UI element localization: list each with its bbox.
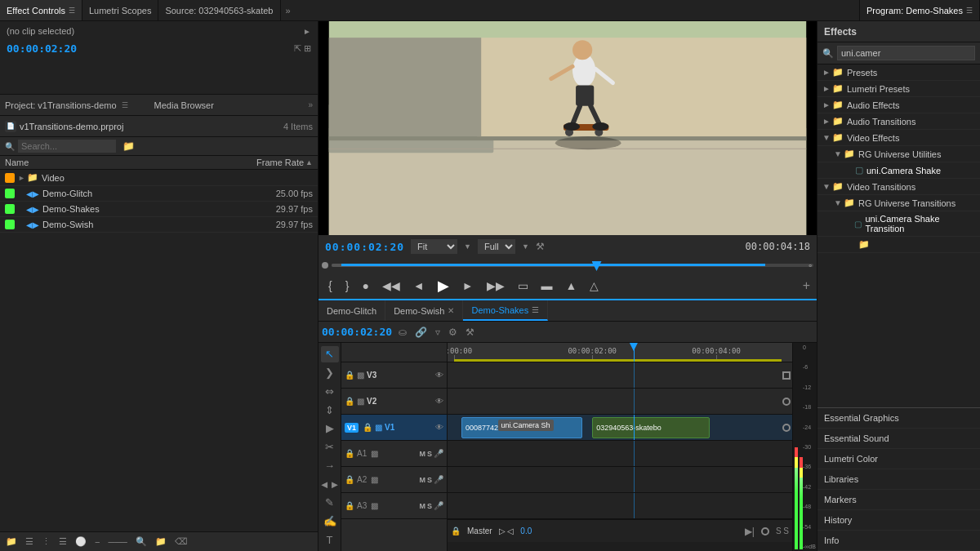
extract-btn[interactable]: △: [586, 278, 602, 294]
audio-a2-s-btn[interactable]: S: [427, 476, 432, 484]
tab-menu-icon[interactable]: ☰: [69, 7, 75, 15]
ripple-edit-btn[interactable]: ⇔: [321, 383, 339, 399]
lock-icon-v2[interactable]: 🔒: [345, 397, 354, 406]
program-tab-menu-icon[interactable]: ☰: [966, 7, 973, 15]
selection-tool-btn[interactable]: ↖: [321, 346, 339, 362]
overwrite-btn[interactable]: ▬: [538, 278, 556, 294]
lock-icon-a1[interactable]: 🔒: [345, 449, 354, 458]
track-v2-eye-icon[interactable]: 👁: [435, 397, 443, 406]
tree-item-presets[interactable]: ► 📁 Presets: [817, 64, 980, 81]
list-item[interactable]: ◀▶ Demo-Glitch 25.00 fps: [0, 186, 318, 202]
tab-source[interactable]: Source: 032940563-skateb: [158, 0, 280, 20]
type-btn[interactable]: T: [321, 531, 339, 548]
slip-btn[interactable]: →: [321, 457, 339, 473]
step-forward-btn[interactable]: ►: [459, 278, 477, 294]
playhead-btn[interactable]: ►: [303, 27, 311, 36]
wrench-icon[interactable]: ⚒: [536, 241, 545, 252]
clip-032940563[interactable]: 032940563-skatebo: [592, 417, 709, 438]
project-search-input[interactable]: [18, 140, 116, 153]
tree-item-rg-universe-transitions[interactable]: ▼ 📁 RG Universe Transitions: [817, 195, 980, 211]
audio-a2-mic-icon[interactable]: 🎤: [434, 475, 443, 484]
mark-out-btn[interactable]: }: [342, 278, 353, 294]
audio-a1-m-btn[interactable]: M: [419, 450, 425, 458]
lock-icon-v3[interactable]: 🔒: [345, 371, 354, 380]
lock-icon-a3[interactable]: 🔒: [345, 501, 354, 510]
tree-item-video-effects[interactable]: ▼ 📁 Video Effects: [817, 130, 980, 146]
tab-program[interactable]: Program: Demo-Shakes ☰: [859, 0, 980, 20]
tree-item-audio-transitions[interactable]: ► 📁 Audio Transitions: [817, 113, 980, 130]
tree-item-unicamera-shake[interactable]: ▢ uni.Camera Shake: [817, 162, 980, 179]
lift-btn[interactable]: ▲: [563, 278, 581, 294]
list-item[interactable]: ◀▶ Demo-Swish 29.97 fps: [0, 217, 318, 233]
timeline-ruler[interactable]: 00:00:00 00:00:02:00 00:00:04:00: [448, 343, 792, 362]
rolling-edit-btn[interactable]: ⇕: [321, 402, 339, 418]
add-marker-btn[interactable]: +: [803, 278, 810, 293]
timeline-tab-demo-glitch[interactable]: Demo-Glitch: [318, 300, 385, 321]
add-marker-tl-btn[interactable]: ▿: [434, 325, 442, 340]
markers-item[interactable]: Markers: [817, 490, 980, 510]
lock-icon-v1[interactable]: 🔒: [363, 423, 372, 432]
insert-btn[interactable]: ▭: [514, 278, 532, 294]
item-expand-icon[interactable]: ►: [18, 174, 25, 182]
tree-item-rg-universe-utilities[interactable]: ▼ 📁 RG Universe Utilities: [817, 146, 980, 162]
project-folder-icon[interactable]: 📁: [122, 140, 135, 152]
mark-clip-btn[interactable]: ●: [359, 278, 372, 294]
go-to-out-btn[interactable]: ▶▶: [483, 278, 508, 294]
project-expand-btn[interactable]: »: [308, 100, 313, 109]
play-btn[interactable]: ▶: [434, 275, 452, 296]
effects-search-input[interactable]: [837, 46, 975, 60]
tab-more-btn[interactable]: »: [281, 6, 296, 16]
hand-btn[interactable]: ✍: [321, 513, 339, 530]
icon-view-btn[interactable]: ⋮: [39, 536, 53, 547]
lumetri-color-item[interactable]: Lumetri Color: [817, 449, 980, 469]
tree-item-lumetri-presets[interactable]: ► 📁 Lumetri Presets: [817, 81, 980, 97]
track-v1-eye-icon[interactable]: 👁: [435, 423, 443, 432]
audio-a1-s-btn[interactable]: S: [427, 450, 432, 458]
scrubber-track[interactable]: [332, 264, 813, 267]
tree-item-unicamera-shake-transition[interactable]: ▢ uni.Camera Shake Transition: [817, 211, 980, 237]
audio-a2-m-btn[interactable]: M: [419, 476, 425, 484]
track-select-btn[interactable]: ❯: [321, 365, 339, 381]
audio-a3-s-btn[interactable]: S: [427, 502, 432, 510]
folder-bottom-btn[interactable]: 📁: [153, 536, 169, 547]
tree-item-extra-folder[interactable]: 📁: [817, 237, 980, 253]
razor-btn[interactable]: ✂: [321, 439, 339, 455]
master-go-out-btn[interactable]: ▶|: [745, 526, 755, 537]
clip-000877427[interactable]: 000877427-ska uni.Camera Sh: [461, 417, 582, 438]
timeline-tab-close-swish[interactable]: ✕: [448, 306, 454, 315]
link-btn[interactable]: 🔗: [413, 325, 429, 340]
tree-item-video-transitions[interactable]: ▼ 📁 Video Transitions: [817, 179, 980, 195]
track-v3-eye-icon[interactable]: 👁: [435, 371, 443, 380]
scrubber-end-btn[interactable]: ⚬: [807, 261, 813, 270]
pen-btn[interactable]: ✎: [321, 495, 339, 511]
timeline-settings-btn[interactable]: ⚙: [447, 325, 459, 340]
media-browser-tab[interactable]: Media Browser: [154, 100, 214, 110]
zoom-slider[interactable]: ───: [105, 537, 129, 547]
libraries-item[interactable]: Libraries: [817, 469, 980, 490]
audio-a3-mic-icon[interactable]: 🎤: [434, 501, 443, 510]
master-lock-icon[interactable]: 🔒: [451, 527, 461, 535]
metadata-btn[interactable]: ☰: [56, 536, 69, 547]
fit-dropdown[interactable]: Fit 25% 50% 100%: [411, 239, 457, 254]
list-item[interactable]: ► 📁 Video: [0, 170, 318, 186]
sort-icon[interactable]: ▲: [305, 158, 313, 167]
mark-in-btn[interactable]: {: [325, 278, 336, 294]
rate-stretch-btn[interactable]: ▶: [321, 420, 339, 437]
wrench-tl-btn[interactable]: ⚒: [464, 325, 476, 340]
step-back-btn[interactable]: ◄: [410, 278, 428, 294]
list-item[interactable]: ◀▶ Demo-Shakes 29.97 fps: [0, 202, 318, 217]
quality-dropdown[interactable]: Full 1/2 1/4: [478, 239, 515, 254]
timeline-tab-demo-shakes[interactable]: Demo-Shakes ☰: [463, 300, 548, 321]
search-bottom-btn[interactable]: 🔍: [133, 536, 149, 547]
timeline-tab-demo-swish[interactable]: Demo-Swish ✕: [385, 300, 463, 321]
history-item[interactable]: History: [817, 510, 980, 531]
project-panel-menu-icon[interactable]: ☰: [122, 101, 128, 109]
audio-a1-mic-icon[interactable]: 🎤: [434, 449, 443, 458]
essential-sound-item[interactable]: Essential Sound: [817, 429, 980, 449]
audio-a3-m-btn[interactable]: M: [419, 502, 425, 510]
ruler-playhead-marker[interactable]: [630, 343, 638, 351]
lock-icon-a2[interactable]: 🔒: [345, 475, 354, 484]
zoom-out-btn[interactable]: −: [92, 537, 102, 547]
snap-btn[interactable]: ⛀: [397, 325, 408, 340]
tab-lumetri-scopes[interactable]: Lumetri Scopes: [82, 0, 158, 20]
